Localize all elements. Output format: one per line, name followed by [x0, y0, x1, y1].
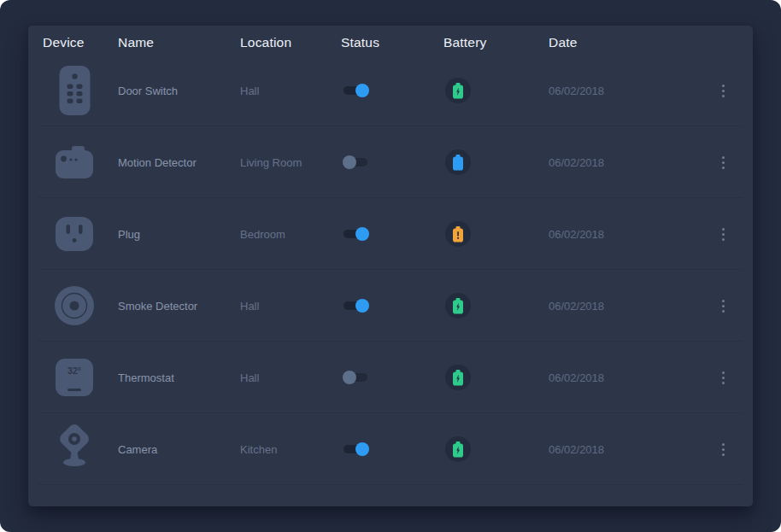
toggle-knob	[343, 371, 356, 384]
table-body: Door Switch Hall 06/02/2	[28, 55, 753, 485]
device-name: Door Switch	[118, 85, 240, 97]
device-name: Plug	[118, 228, 240, 241]
battery-indicator	[445, 149, 471, 175]
menu-dot	[722, 95, 725, 97]
row-menu-button[interactable]	[717, 441, 729, 458]
device-location: Hall	[240, 85, 341, 97]
menu-dot	[722, 233, 725, 236]
status-toggle[interactable]	[344, 299, 367, 313]
battery-icon	[453, 298, 463, 314]
column-header-date: Date	[549, 35, 717, 50]
device-icon-wrap	[56, 146, 93, 178]
device-location: Hall	[240, 371, 341, 384]
status-toggle[interactable]	[344, 227, 367, 241]
menu-dot	[722, 310, 725, 313]
smoke-detector-icon	[55, 286, 94, 325]
status-toggle[interactable]	[344, 84, 367, 97]
menu-dot	[722, 448, 725, 451]
battery-icon	[453, 370, 463, 386]
device-name: Camera	[118, 443, 240, 456]
menu-dot	[722, 443, 725, 446]
device-date: 06/02/2018	[549, 228, 717, 241]
device-date: 06/02/2018	[549, 85, 717, 97]
column-header-battery: Battery	[443, 35, 549, 50]
menu-dot	[722, 305, 725, 307]
motion-detector-icon	[56, 146, 93, 178]
row-menu-button[interactable]	[717, 298, 729, 314]
row-menu-button[interactable]	[717, 226, 729, 243]
device-date: 06/02/2018	[549, 300, 717, 313]
column-header-name: Name	[118, 35, 240, 50]
device-location: Kitchen	[240, 443, 341, 456]
toggle-knob	[355, 84, 369, 97]
menu-dot	[722, 156, 725, 159]
row-menu-button[interactable]	[717, 370, 729, 386]
toggle-knob	[355, 442, 369, 456]
menu-dot	[722, 377, 725, 379]
table-row: Motion Detector Living Room	[28, 126, 753, 198]
device-icon-wrap	[55, 424, 94, 474]
device-icon-wrap	[55, 286, 94, 325]
device-date: 06/02/2018	[549, 371, 717, 384]
battery-icon	[453, 155, 463, 171]
menu-dot	[722, 300, 725, 302]
column-header-location: Location	[240, 35, 341, 50]
table-row: Door Switch Hall 06/02/2	[28, 55, 753, 126]
thermostat-icon: 32°	[56, 359, 93, 396]
device-location: Bedroom	[240, 228, 341, 241]
row-menu-button[interactable]	[717, 83, 729, 99]
status-toggle[interactable]	[344, 155, 367, 169]
row-menu-button[interactable]	[717, 155, 729, 171]
menu-dot	[722, 382, 725, 384]
menu-dot	[722, 371, 725, 374]
status-toggle[interactable]	[344, 442, 367, 456]
remote-icon	[59, 66, 91, 115]
plug-icon	[56, 217, 93, 251]
device-icon-wrap: 32°	[56, 359, 93, 396]
battery-icon	[453, 441, 463, 458]
table-row: Smoke Detector Hall 06/0	[28, 270, 753, 342]
device-name: Smoke Detector	[118, 300, 240, 313]
battery-indicator	[445, 293, 471, 319]
column-header-status: Status	[341, 35, 443, 50]
device-name: Thermostat	[118, 371, 240, 384]
device-location: Hall	[240, 300, 341, 313]
toggle-knob	[355, 299, 369, 313]
toggle-knob	[343, 155, 356, 169]
camera-icon	[55, 424, 94, 474]
device-table-panel: Device Name Location Status Battery Date	[28, 26, 753, 506]
device-icon-wrap	[59, 66, 91, 115]
toggle-knob	[355, 227, 369, 241]
battery-indicator	[445, 221, 471, 247]
device-date: 06/02/2018	[549, 443, 717, 456]
menu-dot	[722, 90, 725, 92]
menu-dot	[722, 167, 725, 169]
menu-dot	[722, 85, 725, 87]
device-location: Living Room	[240, 156, 341, 169]
table-header-row: Device Name Location Status Battery Date	[28, 26, 753, 55]
menu-dot	[722, 453, 725, 456]
battery-indicator	[445, 365, 471, 390]
column-header-device: Device	[43, 35, 118, 50]
device-icon-wrap	[56, 217, 93, 251]
battery-indicator	[445, 78, 471, 103]
battery-icon	[453, 226, 463, 243]
menu-dot	[722, 238, 725, 241]
menu-dot	[722, 161, 725, 164]
table-row: 32° Thermostat Hall	[28, 342, 753, 413]
device-date: 06/02/2018	[549, 156, 717, 169]
battery-indicator	[445, 436, 471, 462]
thermostat-temp-text: 32°	[68, 365, 81, 376]
table-row: Plug Bedroom 06/02/2018	[28, 198, 753, 270]
table-row: Camera Kitchen 06/02/201	[28, 413, 753, 485]
battery-icon	[453, 83, 463, 99]
status-toggle[interactable]	[344, 371, 367, 384]
menu-dot	[722, 228, 725, 231]
device-name: Motion Detector	[118, 156, 240, 169]
app-background: Device Name Location Status Battery Date	[0, 0, 781, 532]
